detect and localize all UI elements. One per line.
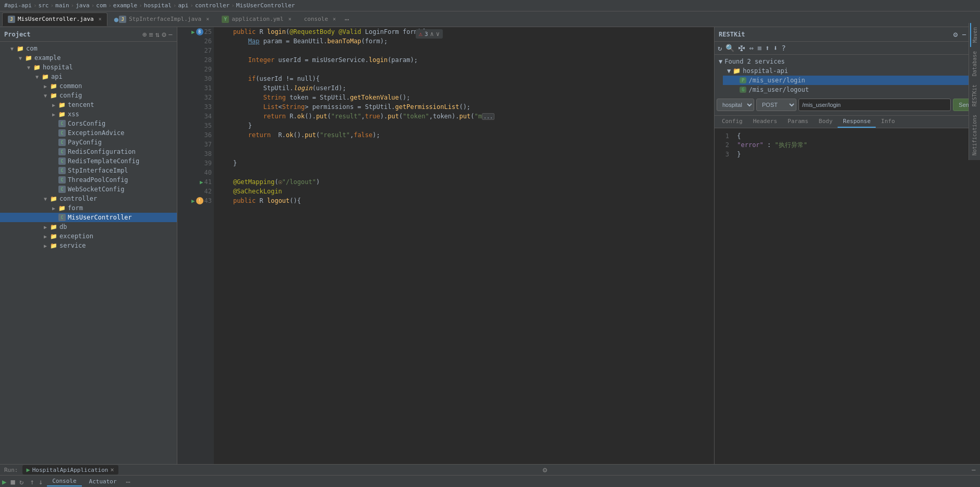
- tree-item-misusercontroller[interactable]: ▶ C MisUserController: [0, 213, 177, 222]
- sidebar-layout-btn[interactable]: ≡: [149, 30, 153, 39]
- service-item-login[interactable]: P /mis_user/login: [723, 76, 980, 85]
- side-tab-notifications[interactable]: Notifications: [971, 111, 978, 160]
- console-stop-btn[interactable]: ■: [10, 478, 15, 486]
- tree-item-redisconfiguration[interactable]: ▶ C RedisConfiguration: [0, 147, 177, 156]
- tree-item-form[interactable]: ▶ 📁 form: [0, 203, 177, 213]
- tree-item-com[interactable]: ▼ 📁 com: [0, 44, 177, 53]
- tree-item-corsconfig[interactable]: ▶ C CorsConfig: [0, 119, 177, 128]
- tree-item-exceptionadvice[interactable]: ▶ C ExceptionAdvice: [0, 128, 177, 138]
- sidebar-sort-btn[interactable]: ⇅: [155, 30, 160, 39]
- tab-mis-user-controller[interactable]: J MisUserController.java ×: [2, 13, 107, 26]
- tree-item-xss[interactable]: ▶ 📁 xss: [0, 109, 177, 119]
- method-select[interactable]: POST GET PUT DELETE: [756, 99, 796, 111]
- tab-console[interactable]: Console: [47, 477, 81, 486]
- run-settings-btn[interactable]: ⚙: [542, 466, 547, 474]
- tree-item-service[interactable]: ▶ 📁 service: [0, 241, 177, 250]
- tab-response[interactable]: Response: [838, 116, 876, 128]
- tree-item-threadpoolconfig[interactable]: ▶ C ThreadPoolConfig: [0, 175, 177, 185]
- tab-label: StpInterfaceImpl.java: [129, 16, 201, 22]
- tab-close-btn[interactable]: ×: [99, 16, 102, 22]
- run-app-tab[interactable]: ▶ HospitalApiApplication ×: [22, 465, 118, 474]
- breadcrumb-item[interactable]: #api-api: [4, 2, 32, 9]
- sidebar-sync-btn[interactable]: ⊕: [142, 30, 147, 39]
- console-more-btn[interactable]: ⋯: [126, 478, 130, 486]
- tree-item-config[interactable]: ▼ 📁 config: [0, 91, 177, 100]
- breadcrumb-item[interactable]: com: [96, 2, 106, 9]
- services-found-label: Found 2 services: [724, 58, 785, 65]
- breadcrumb-item[interactable]: java: [76, 2, 90, 9]
- url-input[interactable]: [798, 99, 951, 111]
- tab-actuator[interactable]: Actuator: [84, 477, 122, 486]
- tree-item-example[interactable]: ▼ 📁 example: [0, 53, 177, 63]
- tree-item-stpinterfaceimpl[interactable]: ▶ C StpInterfaceImpl: [0, 166, 177, 175]
- tree-item-exception[interactable]: ▶ 📁 exception: [0, 232, 177, 241]
- method-name: ok: [286, 131, 293, 139]
- side-tab-restkit-right[interactable]: RESTKit: [971, 80, 978, 111]
- code-editor[interactable]: ▶ B 25 26 27 28 29 30: [177, 27, 714, 464]
- error-indicator[interactable]: ⚠ 3 ∧ ∨: [416, 29, 443, 39]
- side-tab-database[interactable]: Database: [971, 47, 978, 80]
- run-gutter-icon: ▶: [191, 29, 195, 35]
- breadcrumb-item[interactable]: controller: [195, 2, 229, 9]
- restkit-export-btn[interactable]: ⬆: [764, 44, 770, 52]
- tree-item-payconfig[interactable]: ▶ C PayConfig: [0, 138, 177, 147]
- tab-application-yml[interactable]: Y application.yml ×: [216, 13, 297, 26]
- restkit-import-btn[interactable]: ⬇: [772, 44, 779, 52]
- tab-close-btn[interactable]: ×: [288, 16, 292, 22]
- run-minimize-btn[interactable]: −: [972, 466, 976, 474]
- tree-arrow: ▶: [44, 243, 50, 249]
- code-text: ): [316, 178, 320, 186]
- service-item-logout[interactable]: G /mis_user/logout: [723, 85, 980, 94]
- tab-config[interactable]: Config: [717, 116, 748, 128]
- tab-console[interactable]: console ×: [298, 13, 342, 26]
- restkit-toolbar: ↻ 🔍 ⧾ ⇔ ≡ ⬆ ⬇ ?: [715, 42, 980, 55]
- breadcrumb-item[interactable]: MisUserController: [236, 2, 295, 9]
- restkit-settings-btn[interactable]: ⚙: [952, 30, 959, 39]
- code-text: [218, 131, 248, 139]
- restkit-align-btn[interactable]: ≡: [756, 44, 763, 52]
- console-scroll-up-btn[interactable]: ↑: [30, 478, 34, 486]
- tree-item-common[interactable]: ▶ 📁 common: [0, 81, 177, 91]
- restkit-filter-btn[interactable]: ⧾: [737, 44, 746, 52]
- breadcrumb-item[interactable]: main: [55, 2, 69, 9]
- breadcrumb-item[interactable]: src: [39, 2, 49, 9]
- tab-params[interactable]: Params: [782, 116, 814, 128]
- restkit-expand-btn[interactable]: ⇔: [748, 44, 754, 52]
- console-scroll-down-btn[interactable]: ↓: [39, 478, 43, 486]
- tab-overflow-btn[interactable]: ⋯: [343, 15, 351, 23]
- side-tab-maven[interactable]: Maven: [970, 23, 979, 47]
- tab-stp-interface-impl[interactable]: ● J StpInterfaceImpl.java ×: [108, 13, 215, 26]
- chevron-up-icon: ∧: [430, 30, 434, 38]
- env-select[interactable]: hospital: [717, 99, 754, 111]
- sidebar-settings-btn[interactable]: ⚙: [162, 30, 166, 39]
- run-tab-close-btn[interactable]: ×: [110, 466, 114, 473]
- code-text: (){: [289, 197, 301, 204]
- breadcrumb-item[interactable]: example: [113, 2, 137, 9]
- tree-item-hospital[interactable]: ▼ 📁 hospital: [0, 63, 177, 72]
- tree-item-api[interactable]: ▼ 📁 api: [0, 72, 177, 81]
- tab-close-btn[interactable]: ×: [206, 16, 209, 22]
- line-num-42: 42: [177, 187, 214, 196]
- console-restart-btn[interactable]: ↻: [19, 478, 23, 486]
- tree-item-tencent[interactable]: ▶ 📁 tencent: [0, 100, 177, 109]
- code-lines[interactable]: public R login ( @RequestBody @Valid Log…: [214, 27, 714, 464]
- folder-icon: 📁: [17, 45, 24, 52]
- tree-item-controller[interactable]: ▼ 📁 controller: [0, 194, 177, 203]
- restkit-minimize-btn[interactable]: −: [961, 30, 967, 39]
- console-run-btn[interactable]: ▶: [2, 478, 6, 486]
- breadcrumb-item[interactable]: api: [178, 2, 188, 9]
- line-number: 36: [204, 131, 212, 139]
- tab-info[interactable]: Info: [876, 116, 900, 128]
- tree-item-db[interactable]: ▶ 📁 db: [0, 222, 177, 232]
- tab-close-btn[interactable]: ×: [333, 16, 336, 22]
- tab-body[interactable]: Body: [814, 116, 838, 128]
- tree-item-websocketconfig[interactable]: ▶ C WebSocketConfig: [0, 185, 177, 194]
- sidebar-minimize-btn[interactable]: −: [168, 30, 173, 39]
- restkit-help-btn[interactable]: ?: [780, 44, 787, 52]
- restkit-refresh-btn[interactable]: ↻: [717, 44, 723, 52]
- annotation: @Valid: [338, 28, 361, 35]
- tree-item-redistemplateconfig[interactable]: ▶ C RedisTemplateConfig: [0, 156, 177, 166]
- restkit-search-btn[interactable]: 🔍: [724, 44, 735, 52]
- breadcrumb-item[interactable]: hospital: [144, 2, 172, 9]
- tab-headers[interactable]: Headers: [748, 116, 782, 128]
